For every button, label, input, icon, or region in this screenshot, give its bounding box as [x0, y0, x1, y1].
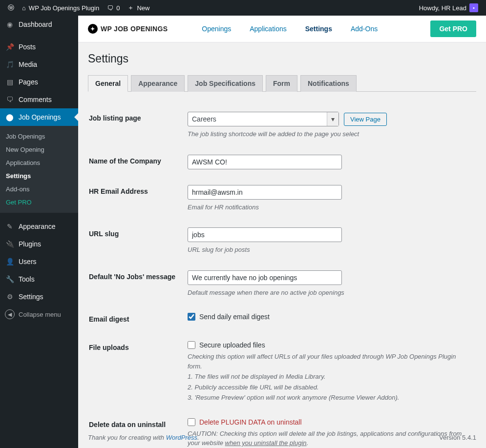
brush-icon: ✎	[5, 222, 15, 231]
comments-count: 0	[116, 4, 120, 12]
submenu-item-applications[interactable]: Applications	[0, 156, 78, 169]
uploads-d3: 3. 'Resume Preview' option will not work…	[188, 393, 470, 403]
tab-appearance[interactable]: Appearance	[131, 75, 185, 92]
uploads-d2: 2. Publicly accessible file URL will be …	[188, 383, 470, 392]
admin-footer: Thank you for creating with WordPress. V…	[78, 427, 486, 448]
plugin-logo: ✦ WP JOB OPENINGS	[88, 24, 168, 34]
tab-openings[interactable]: Openings	[202, 22, 231, 36]
hr-email-input[interactable]	[188, 185, 342, 200]
admin-sidebar: ◉Dashboard 📌Posts 🎵Media ▤Pages 🗨Comment…	[0, 16, 78, 448]
account-menu[interactable]: Howdy, HR Lead •	[415, 0, 482, 16]
menu-users[interactable]: 👤Users	[0, 253, 78, 270]
tab-notifications[interactable]: Notifications	[300, 75, 357, 92]
menu-settings[interactable]: ⚙Settings	[0, 288, 78, 305]
nojobs-desc: Default message when there are no active…	[188, 288, 470, 298]
comment-icon: 🗨	[5, 95, 15, 104]
wrench-icon: 🔧	[5, 274, 15, 284]
digest-checkbox[interactable]	[188, 313, 195, 321]
slug-desc: URL slug for job posts	[188, 245, 470, 255]
get-pro-button[interactable]: Get PRO	[430, 20, 476, 37]
label-uploads: File uploads	[89, 334, 187, 410]
submenu-item-new-opening[interactable]: New Opening	[0, 143, 78, 156]
home-icon: ⌂	[22, 4, 26, 12]
new-content[interactable]: ＋New	[124, 0, 153, 16]
plus-icon: ＋	[127, 3, 134, 12]
briefcase-icon: ✦	[88, 24, 98, 34]
comment-icon: 🗨	[107, 4, 113, 12]
howdy-text: Howdy, HR Lead	[419, 4, 466, 12]
uploads-row[interactable]: Secure uploaded files	[188, 341, 470, 349]
label-nojobs: Default 'No Jobs' message	[89, 263, 187, 305]
comments-bubble[interactable]: 🗨0	[103, 0, 124, 16]
submenu-item-addons[interactable]: Add-ons	[0, 183, 78, 196]
collapse-menu[interactable]: ◀Collapse menu	[0, 305, 78, 323]
wp-logo[interactable]: ⓦ	[4, 0, 18, 16]
sliders-icon: ⚙	[5, 292, 15, 302]
label-slug: URL slug	[89, 220, 187, 262]
digest-check-label: Send daily email digest	[199, 313, 270, 321]
slug-input[interactable]	[188, 227, 342, 242]
hr-email-desc: Email for HR notifications	[188, 203, 470, 212]
tab-addons[interactable]: Add-Ons	[351, 22, 378, 36]
menu-media[interactable]: 🎵Media	[0, 56, 78, 73]
delete-data-checkbox[interactable]	[188, 418, 195, 426]
menu-comments[interactable]: 🗨Comments	[0, 91, 78, 108]
menu-job-openings[interactable]: ⬤Job Openings	[0, 108, 78, 126]
chevron-down-icon: ▾	[327, 112, 338, 126]
delete-data-row[interactable]: Delete PLUGIN DATA on uninstall	[188, 418, 470, 426]
label-hr-email: HR Email Address	[89, 178, 187, 220]
site-name[interactable]: ⌂WP Job Openings Plugin	[18, 0, 103, 16]
company-input[interactable]	[188, 155, 342, 169]
plugin-icon: 🔌	[5, 239, 15, 249]
tab-settings[interactable]: Settings	[305, 22, 332, 36]
label-job-listing: Job listing page	[89, 104, 187, 146]
media-icon: 🎵	[5, 60, 15, 69]
nojobs-input[interactable]	[188, 270, 342, 285]
site-name-label: WP Job Openings Plugin	[29, 4, 99, 12]
briefcase-icon: ⬤	[5, 112, 15, 122]
new-label: New	[137, 4, 149, 12]
plugin-header: ✦ WP JOB OPENINGS Openings Applications …	[78, 16, 486, 42]
digest-row[interactable]: Send daily email digest	[188, 313, 470, 321]
pin-icon: 📌	[5, 42, 15, 52]
tab-general[interactable]: General	[88, 75, 128, 92]
secure-upload-checkbox[interactable]	[188, 341, 195, 349]
wordpress-link[interactable]: WordPress	[166, 434, 197, 441]
menu-dashboard[interactable]: ◉Dashboard	[0, 16, 78, 33]
menu-tools[interactable]: 🔧Tools	[0, 270, 78, 288]
settings-tabs: General Appearance Job Specifications Fo…	[88, 75, 476, 92]
menu-plugins[interactable]: 🔌Plugins	[0, 235, 78, 253]
submenu-job-openings: Job Openings New Opening Applications Se…	[0, 126, 78, 213]
dashboard-icon: ◉	[5, 20, 15, 29]
submenu-item-settings[interactable]: Settings	[0, 169, 78, 183]
label-company: Name of the Company	[89, 147, 187, 177]
avatar: •	[469, 3, 478, 12]
secure-upload-label: Secure uploaded files	[199, 341, 265, 349]
page-icon: ▤	[5, 77, 15, 87]
view-page-button[interactable]: View Page	[344, 113, 387, 126]
job-listing-desc: The job listing shortcode will be added …	[188, 129, 470, 139]
tab-job-specifications[interactable]: Job Specifications	[188, 75, 263, 92]
submenu-item-job-openings[interactable]: Job Openings	[0, 130, 78, 143]
submenu-item-getpro[interactable]: Get PRO	[0, 196, 78, 209]
menu-posts[interactable]: 📌Posts	[0, 38, 78, 56]
tab-applications[interactable]: Applications	[250, 22, 287, 36]
tab-form[interactable]: Form	[266, 75, 297, 92]
label-digest: Email digest	[89, 305, 187, 333]
collapse-icon: ◀	[5, 309, 15, 319]
uploads-d1: 1. The files will not be displayed in Me…	[188, 372, 470, 382]
job-listing-value: Careers	[192, 115, 216, 123]
job-listing-select[interactable]: Careers ▾	[188, 112, 339, 126]
version-text: Version 5.4.1	[439, 434, 476, 441]
page-title: Settings	[88, 52, 476, 65]
user-icon: 👤	[5, 257, 15, 266]
menu-appearance[interactable]: ✎Appearance	[0, 218, 78, 235]
delete-data-label: Delete PLUGIN DATA on uninstall	[199, 418, 302, 426]
uploads-d0: Checking this option will affect URLs of…	[188, 352, 470, 371]
menu-pages[interactable]: ▤Pages	[0, 73, 78, 91]
wordpress-icon: ⓦ	[8, 3, 14, 12]
